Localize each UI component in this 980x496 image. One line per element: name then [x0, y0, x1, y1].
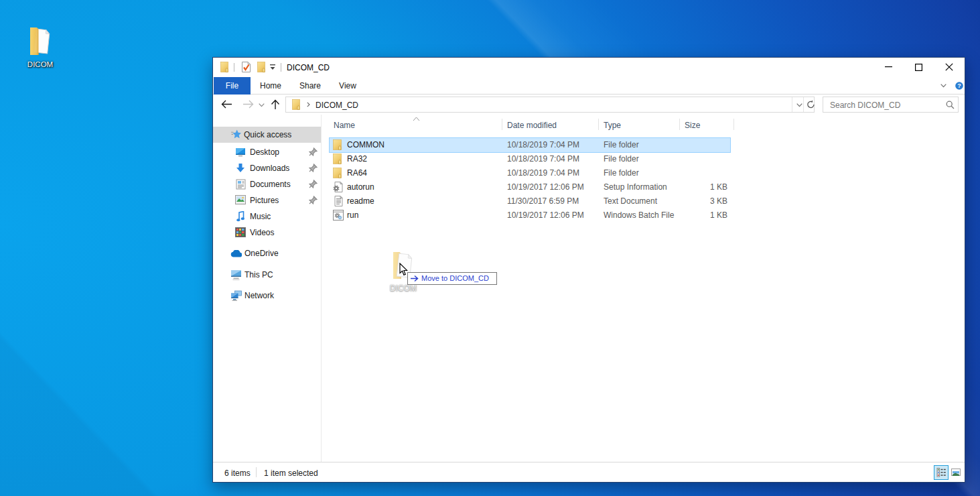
- svg-text:?: ?: [957, 82, 961, 89]
